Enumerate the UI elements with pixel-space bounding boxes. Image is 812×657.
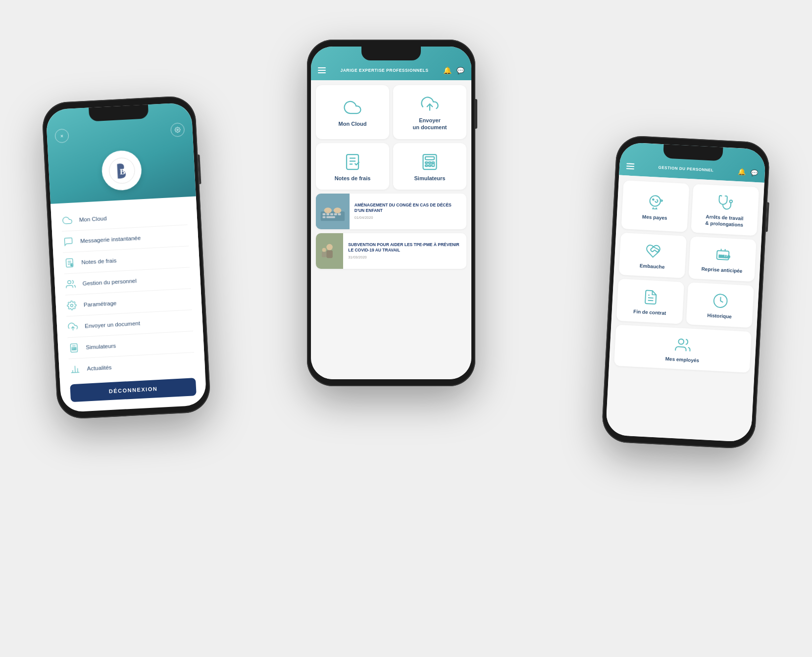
tile-label-notes-frais: Notes de frais <box>335 175 371 182</box>
gear-icon <box>65 299 78 311</box>
receipt-tile-icon <box>344 153 361 171</box>
svg-point-49 <box>334 207 341 213</box>
news-title-2: SUBVENTION POUR AIDER LES TPE-PME À PRÉV… <box>348 242 461 253</box>
chat-icon <box>62 235 75 248</box>
cloud-icon <box>61 214 73 227</box>
main-header: JARIGE EXPERTISE PROFESSIONNELS 🔔 💬 <box>311 47 471 80</box>
news-card-2[interactable]: SUBVENTION POUR AIDER LES TPE-PME À PRÉV… <box>316 233 466 269</box>
tile-fin-contrat[interactable]: Fin de contrat <box>616 279 684 324</box>
tile-embauche[interactable]: Embauche <box>619 233 687 278</box>
tile-label-historique: Historique <box>707 312 732 320</box>
svg-point-51 <box>326 244 333 251</box>
menu-list: Mon Cloud Messagerie instantanée <box>51 196 205 378</box>
handshake-icon <box>645 243 661 260</box>
tile-mes-payes[interactable]: Mes payes <box>621 180 690 232</box>
svg-rect-47 <box>326 216 335 218</box>
svg-rect-42 <box>326 213 329 215</box>
tile-mon-cloud[interactable]: Mon Cloud <box>316 85 389 139</box>
pers-content: Mes payes Arrêts de travail& prolongatio… <box>606 175 764 443</box>
people-icon <box>64 278 77 290</box>
tile-envoyer-document[interactable]: Envoyerun document <box>393 85 466 139</box>
main-header-title: JARIGE EXPERTISE PROFESSIONNELS <box>330 68 439 73</box>
phone-right: GESTION DU PERSONNEL 🔔 💬 <box>601 135 770 449</box>
svg-rect-38 <box>432 163 435 166</box>
tile-label-reprise-anticipee: Reprise anticipée <box>701 266 742 274</box>
tile-label-mes-payes: Mes payes <box>642 213 667 221</box>
news-text-1: AMÉNAGEMENT DU CONGÉ EN CAS DE DÉCÈS D'U… <box>350 194 466 229</box>
menu-label-messagerie: Messagerie instantanée <box>80 235 141 244</box>
svg-rect-41 <box>323 213 326 215</box>
tile-reprise-anticipee[interactable]: HELLO Reprise anticipée <box>688 236 756 282</box>
svg-point-10 <box>70 304 73 306</box>
svg-text:HELLO: HELLO <box>718 254 730 258</box>
news-section: AMÉNAGEMENT DU CONGÉ EN CAS DE DÉCÈS D'U… <box>316 194 466 269</box>
pers-header-actions: 🔔 💬 <box>737 168 758 176</box>
news-date-1: 01/04/2020 <box>355 215 461 220</box>
news-card-1[interactable]: AMÉNAGEMENT DU CONGÉ EN CAS DE DÉCÈS D'U… <box>316 194 466 229</box>
tile-arrets-travail[interactable]: Arrêts de travail& prolongations <box>691 184 759 236</box>
svg-line-60 <box>648 301 653 301</box>
svg-rect-34 <box>429 162 431 163</box>
svg-text:€: € <box>71 264 72 266</box>
calculator-tile-icon <box>421 153 439 171</box>
svg-rect-17 <box>74 349 75 350</box>
svg-rect-44 <box>334 213 337 215</box>
svg-rect-27 <box>347 154 358 169</box>
tile-historique[interactable]: Historique <box>686 282 754 328</box>
svg-rect-15 <box>74 348 75 349</box>
menu-label-mon-cloud: Mon Cloud <box>79 215 107 223</box>
pers-bell-icon[interactable]: 🔔 <box>737 168 746 176</box>
tile-label-mes-employes: Mes employés <box>665 356 699 363</box>
tile-notes-frais[interactable]: Notes de frais <box>316 143 389 190</box>
menu-label-notes-frais: Notes de frais <box>81 257 116 265</box>
scene: × <box>0 0 812 657</box>
svg-rect-37 <box>429 165 431 166</box>
svg-point-56 <box>729 200 732 203</box>
svg-rect-46 <box>323 216 326 218</box>
svg-rect-45 <box>338 213 341 215</box>
pers-message-icon[interactable]: 💬 <box>750 169 758 176</box>
cloud-tile-icon <box>344 99 361 116</box>
svg-point-55 <box>652 199 654 200</box>
tile-simulateurs[interactable]: Simulateurs <box>393 143 466 190</box>
phone-left-screen: × <box>46 102 207 413</box>
svg-rect-36 <box>425 165 428 166</box>
tile-label-arrets-travail: Arrêts de travail& prolongations <box>705 213 744 228</box>
svg-point-9 <box>67 280 71 284</box>
news-title-1: AMÉNAGEMENT DU CONGÉ EN CAS DE DÉCÈS D'U… <box>355 202 461 213</box>
phone-right-screen: GESTION DU PERSONNEL 🔔 💬 <box>606 142 766 443</box>
hamburger-icon[interactable] <box>318 67 326 73</box>
phone-left: × <box>41 95 211 419</box>
menu-label-simulateurs: Simulateurs <box>86 343 116 350</box>
tiles-grid: Mon Cloud Envoyerun document <box>316 85 466 190</box>
message-icon[interactable]: 💬 <box>457 67 464 74</box>
svg-rect-12 <box>70 344 77 352</box>
news-text-2: SUBVENTION POUR AIDER LES TPE-PME À PRÉV… <box>343 233 466 269</box>
news-image-1 <box>316 194 350 229</box>
phone-center: JARIGE EXPERTISE PROFESSIONNELS 🔔 💬 Mon … <box>307 40 475 386</box>
team-icon <box>675 337 692 354</box>
menu-header: × <box>46 102 196 204</box>
disconnect-button[interactable]: DÉCONNEXION <box>70 378 197 402</box>
menu-label-actualites: Actualités <box>87 364 111 372</box>
tile-label-fin-contrat: Fin de contrat <box>633 308 666 316</box>
svg-rect-32 <box>425 156 434 159</box>
svg-rect-16 <box>72 349 73 350</box>
logo-inner: B <box>106 155 137 186</box>
settings-icon[interactable] <box>170 123 185 137</box>
svg-text:B: B <box>119 166 125 176</box>
svg-line-22 <box>71 372 80 373</box>
svg-point-0 <box>177 129 178 131</box>
pers-hamburger-icon[interactable] <box>626 163 635 169</box>
close-icon[interactable]: × <box>54 129 69 143</box>
tile-mes-employes[interactable]: Mes employés <box>614 325 752 373</box>
svg-point-54 <box>322 248 326 252</box>
main-content: Mon Cloud Envoyerun document <box>311 80 471 379</box>
svg-rect-18 <box>75 348 76 350</box>
svg-line-59 <box>648 298 653 298</box>
svg-line-20 <box>75 366 75 372</box>
tile-label-envoyer-document: Envoyerun document <box>412 117 447 131</box>
tile-label-simulateurs: Simulateurs <box>414 175 446 182</box>
menu-label-envoyer-document: Envoyer un document <box>85 320 140 329</box>
bell-icon[interactable]: 🔔 <box>443 66 452 74</box>
